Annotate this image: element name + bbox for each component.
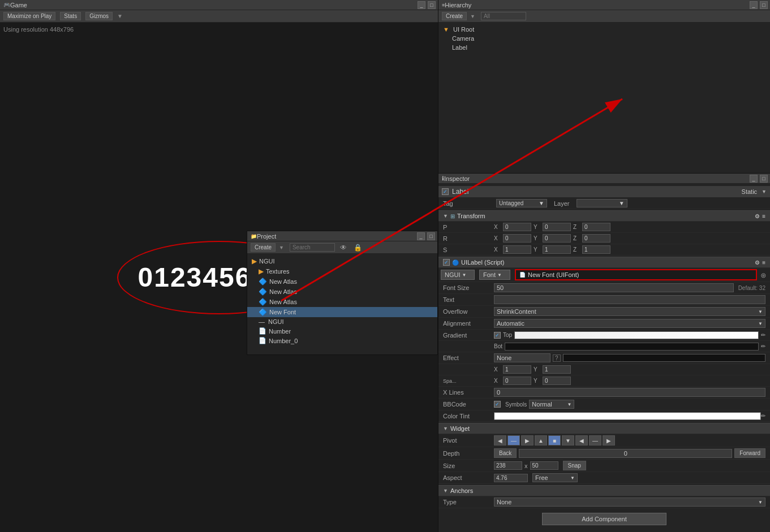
gradient-top-edit-icon[interactable]: ✏: [761, 332, 765, 338]
effect-x-field[interactable]: [503, 365, 531, 374]
project-item-atlas1[interactable]: 🔷 New Atlas: [247, 276, 437, 287]
overflow-dropdown[interactable]: ShrinkContent ▼: [494, 307, 765, 316]
transform-section-header[interactable]: ▼ ⊞ Transform ⚙ ≡: [438, 210, 770, 222]
pivot-down-btn[interactable]: ▼: [562, 435, 574, 446]
anchor-type-dropdown[interactable]: None ▼: [494, 498, 765, 507]
uilabel-active-checkbox[interactable]: ✓: [443, 259, 450, 266]
gradient-checkbox[interactable]: ✓: [494, 332, 501, 339]
uilabel-options-icon[interactable]: ⚙: [755, 259, 760, 266]
pivot-topright-btn[interactable]: ▶: [521, 435, 534, 446]
hierarchy-item-camera[interactable]: Camera: [438, 34, 770, 43]
color-tint-edit-icon[interactable]: ✏: [761, 413, 765, 419]
pos-y-field[interactable]: [543, 223, 571, 231]
transform-menu-icon[interactable]: ≡: [762, 213, 765, 219]
gizmos-btn[interactable]: Gizmos: [85, 12, 113, 20]
effect-q-icon[interactable]: ?: [553, 354, 561, 362]
project-eye-btn[interactable]: 👁: [338, 243, 349, 252]
project-item-ngui-text[interactable]: — NGUI: [247, 317, 437, 326]
scale-z-field[interactable]: [582, 245, 610, 254]
text-field[interactable]: 0123456789: [494, 295, 765, 304]
effect-dropdown[interactable]: None: [494, 353, 550, 362]
pivot-bottomright-btn[interactable]: ▶: [603, 435, 615, 446]
symbols-dropdown[interactable]: Normal ▼: [529, 400, 574, 409]
maximize-on-play-btn[interactable]: Maximize on Play: [3, 12, 55, 20]
pivot-bottomleft-btn[interactable]: ◀: [575, 435, 588, 446]
number0-label: Number_0: [269, 338, 298, 344]
hierarchy-item-uiroot[interactable]: ▼ UI Root: [438, 25, 770, 34]
sp-x-field[interactable]: [503, 377, 531, 385]
project-item-number[interactable]: 📄 Number: [247, 326, 437, 336]
depth-field[interactable]: [519, 449, 732, 458]
inspector-maximize-btn[interactable]: □: [760, 175, 768, 183]
stats-btn[interactable]: Stats: [60, 12, 81, 20]
rot-z-field[interactable]: [582, 234, 610, 243]
gradient-bottom-edit-icon[interactable]: ✏: [761, 343, 765, 349]
inspector-minimize-btn[interactable]: _: [750, 175, 758, 183]
color-tint-swatch[interactable]: [494, 412, 761, 420]
anchors-section-header[interactable]: ▼ Anchors: [438, 485, 770, 496]
hierarchy-maximize-btn[interactable]: □: [760, 1, 768, 9]
project-item-textures[interactable]: ▶ Textures: [247, 266, 437, 276]
aspect-field[interactable]: [494, 474, 528, 482]
pivot-bottom-btn[interactable]: —: [589, 435, 601, 446]
transform-options-icon[interactable]: ⚙: [755, 213, 760, 219]
size-x-field[interactable]: [494, 461, 522, 470]
hierarchy-item-label[interactable]: Label: [438, 43, 770, 52]
atlas3-icon: 🔷: [259, 298, 267, 306]
alignment-dropdown[interactable]: Automatic ▼: [494, 319, 765, 328]
snap-btn[interactable]: Snap: [563, 461, 586, 470]
pivot-center-btn[interactable]: ■: [548, 435, 561, 446]
font-type-dropdown[interactable]: Font ▼: [479, 270, 510, 280]
forward-btn[interactable]: Forward: [734, 448, 765, 458]
rot-y-field[interactable]: [543, 234, 571, 243]
aspect-type-dropdown[interactable]: Free ▼: [532, 473, 578, 482]
project-lock-btn[interactable]: 🔒: [352, 243, 364, 252]
atlas2-icon: 🔷: [259, 288, 267, 296]
pivot-up-btn[interactable]: ▲: [535, 435, 547, 446]
project-maximize-btn[interactable]: □: [427, 232, 435, 240]
game-minimize-btn[interactable]: _: [418, 1, 425, 9]
xlines-field[interactable]: [494, 388, 765, 397]
scale-y-field[interactable]: [543, 245, 571, 254]
project-item-newfont[interactable]: 🔷 New Font: [247, 307, 437, 317]
uilabel-menu-icon[interactable]: ≡: [762, 259, 765, 266]
widget-section-header[interactable]: ▼ Widget: [438, 423, 770, 434]
add-component-btn[interactable]: Add Component: [542, 513, 666, 525]
gradient-top-swatch[interactable]: [514, 331, 759, 339]
game-title: Game: [10, 2, 27, 8]
rot-x-field[interactable]: [503, 234, 531, 243]
static-dropdown-arrow[interactable]: ▼: [762, 189, 767, 194]
project-search-input[interactable]: [290, 243, 335, 252]
project-item-ngui-folder[interactable]: ▶ NGUI: [247, 256, 437, 266]
pos-z-field[interactable]: [582, 223, 610, 231]
tag-dropdown[interactable]: Untagged▼: [496, 199, 547, 207]
hierarchy-search-input[interactable]: [481, 12, 526, 20]
layer-dropdown[interactable]: ▼: [577, 199, 627, 207]
pivot-top-btn[interactable]: —: [507, 435, 520, 446]
game-maximize-btn[interactable]: □: [428, 1, 436, 9]
bbcode-checkbox[interactable]: ✓: [494, 401, 501, 408]
gradient-bottom-swatch[interactable]: [505, 343, 759, 351]
font-asset-field[interactable]: 📄 New Font (UIFont): [515, 269, 757, 280]
hierarchy-minimize-btn[interactable]: _: [750, 1, 758, 9]
uilabel-section-header[interactable]: ✓ 🔵 UILabel (Script) ⚙ ≡: [438, 257, 770, 268]
project-item-atlas3[interactable]: 🔷 New Atlas: [247, 297, 437, 307]
pos-x-field[interactable]: [503, 223, 531, 231]
project-create-btn[interactable]: Create: [251, 243, 276, 252]
effect-color-swatch[interactable]: [563, 354, 765, 362]
sp-x-label: X: [494, 378, 501, 384]
size-y-field[interactable]: [530, 461, 558, 470]
ngui-dropdown[interactable]: NGUI ▼: [441, 270, 475, 280]
back-btn[interactable]: Back: [494, 448, 517, 458]
project-minimize-btn[interactable]: _: [417, 232, 425, 240]
font-size-field[interactable]: [494, 283, 734, 292]
project-item-atlas2[interactable]: 🔷 New Atlas: [247, 287, 437, 297]
effect-y-field[interactable]: [543, 365, 571, 374]
pivot-topleft-btn[interactable]: ◀: [494, 435, 506, 446]
scale-x-field[interactable]: [503, 245, 531, 254]
hierarchy-create-btn[interactable]: Create: [442, 12, 467, 20]
object-active-checkbox[interactable]: ✓: [442, 188, 449, 195]
project-item-number0[interactable]: 📄 Number_0: [247, 336, 437, 345]
font-asset-pick-btn[interactable]: ◎: [759, 271, 768, 279]
sp-y-field[interactable]: [543, 377, 571, 385]
